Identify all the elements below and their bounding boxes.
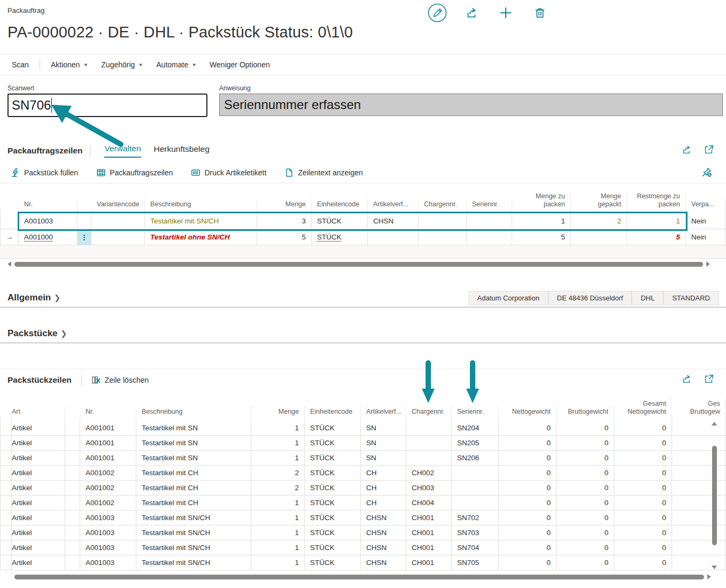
zeilentext-anzeigen-button[interactable]: Zeilentext anzeigen [284, 168, 362, 177]
cell-gesamt-nettogewicht[interactable]: 0 [614, 421, 672, 435]
cell-dots[interactable] [65, 451, 80, 465]
cell-dots[interactable] [65, 436, 80, 450]
cell-artikelverf[interactable]: SN [361, 436, 406, 450]
cell-nr[interactable]: A001003 [80, 525, 136, 540]
share-icon[interactable] [681, 144, 692, 157]
cell-dots[interactable] [65, 481, 80, 495]
column-header[interactable]: Chargennr. [419, 199, 467, 213]
cell-chargennr[interactable]: CH003 [406, 481, 452, 495]
cell-gesamt-nettogewicht[interactable]: 0 [614, 540, 672, 555]
column-header[interactable]: Beschreibung [136, 406, 251, 421]
column-header[interactable] [0, 207, 19, 213]
badge-standard[interactable]: STANDARD [663, 291, 719, 305]
cell-art[interactable]: Artikel [6, 525, 65, 540]
cell-beschreibung[interactable]: Testartikel mit CH [136, 481, 251, 495]
packstueck-fuellen-button[interactable]: Packstück füllen [11, 168, 78, 177]
cell-art[interactable]: Artikel [6, 496, 65, 510]
badge-customer[interactable]: Adatum Corporation [469, 291, 549, 305]
cell-nr[interactable]: A001001 [80, 436, 136, 450]
cell-dots[interactable] [65, 510, 80, 525]
cell-nettogewicht[interactable]: 0 [499, 555, 557, 570]
cell-nr[interactable]: A001002 [80, 466, 136, 480]
allgemein-title[interactable]: Allgemein [0, 292, 51, 303]
scrollbar-thumb[interactable] [14, 575, 704, 579]
column-header[interactable]: Art [6, 406, 65, 421]
cell-art[interactable]: Artikel [6, 466, 65, 480]
menu-item-aktionen[interactable]: Aktionen▼ [44, 60, 95, 69]
cell-nr[interactable]: A001002 [80, 481, 136, 495]
cell-bruttogewicht[interactable]: 0 [557, 510, 614, 525]
cell-gesamt-nettogewicht[interactable]: 0 [614, 555, 672, 570]
scroll-down-arrow[interactable] [712, 566, 717, 569]
scrollbar-thumb[interactable] [14, 262, 703, 267]
cell-artikelverf[interactable]: CH [361, 496, 406, 510]
cell-artikelverf[interactable]: CHSN [361, 525, 406, 540]
cell-nr[interactable]: A001003 [80, 555, 136, 570]
cell-dots[interactable] [65, 421, 80, 435]
cell-dots[interactable] [65, 540, 80, 555]
cell-menge-gepackt[interactable]: 2 [571, 213, 627, 229]
cell-chargennr[interactable]: CH002 [406, 466, 452, 480]
share-icon[interactable] [461, 2, 482, 24]
cell-seriennr[interactable]: SN705 [452, 555, 499, 570]
cell-nettogewicht[interactable]: 0 [499, 525, 557, 540]
cell-variantencode[interactable] [91, 213, 145, 229]
cell-gesamt-nettogewicht[interactable]: 0 [614, 466, 672, 480]
cell-beschreibung[interactable]: Testartikel mit CH [136, 496, 251, 510]
column-header[interactable]: Artikelverf... [361, 406, 406, 421]
chevron-right-icon[interactable]: ❯ [61, 329, 67, 338]
badge-address[interactable]: DE 48436 Düsseldorf [549, 291, 632, 305]
cell-menge-zu-packen[interactable]: 1 [512, 213, 571, 229]
cell-nettogewicht[interactable]: 0 [499, 540, 557, 555]
cell-beschreibung[interactable]: Testartikel mit SN/CH [136, 510, 251, 525]
cell-restmenge-zu-packen[interactable]: 1 [627, 213, 686, 229]
cell-art[interactable]: Artikel [6, 481, 65, 495]
tab-herkunftsbeleg[interactable]: Herkunftsbeleg [154, 144, 210, 157]
cell-seriennr[interactable] [467, 213, 512, 229]
cell-dots[interactable] [65, 555, 80, 570]
cell-art[interactable]: Artikel [6, 451, 65, 465]
cell-einheitencode[interactable]: STÜCK [305, 466, 361, 480]
menu-item-automate[interactable]: Automate▼ [150, 60, 203, 69]
cell-art[interactable]: Artikel [6, 436, 65, 450]
cell-gesamt-nettogewicht[interactable]: 0 [614, 436, 672, 450]
cell-einheitencode[interactable]: STÜCK [312, 213, 368, 229]
column-header[interactable]: Verpa... [686, 199, 726, 213]
cell-seriennr[interactable]: SN205 [452, 436, 499, 450]
cell-menge[interactable]: 2 [251, 466, 305, 480]
cell-nr[interactable]: A001001 [80, 421, 136, 435]
cell-menge[interactable]: 1 [251, 555, 305, 570]
cell-beschreibung[interactable]: Testartikel ohne SN/CH [145, 229, 257, 245]
packauftragszeilen-button[interactable]: Packauftragszeilen [96, 168, 173, 177]
cell-chargennr[interactable]: CH001 [406, 540, 452, 555]
cell-gesamt-nettogewicht[interactable]: 0 [614, 510, 672, 525]
cell-nr[interactable]: A001003 [80, 540, 136, 555]
cell-art[interactable]: Artikel [6, 510, 65, 525]
cell-menge[interactable]: 1 [251, 496, 305, 510]
druck-artikeletikett-button[interactable]: Druck Artikeletikett [191, 168, 266, 177]
cell-einheitencode[interactable]: STÜCK [305, 540, 361, 555]
cell-bruttogewicht[interactable]: 0 [557, 496, 614, 510]
cell-artikelverf[interactable]: CHSN [361, 555, 406, 570]
column-header[interactable]: Nr. [19, 199, 78, 213]
menu-item-scan[interactable]: Scan [5, 60, 35, 69]
cell-einheitencode[interactable]: STÜCK [305, 510, 361, 525]
cell-seriennr[interactable] [452, 481, 499, 495]
chevron-right-icon[interactable]: ❯ [54, 293, 60, 302]
cell-menge[interactable]: 3 [257, 213, 312, 229]
cell-nr[interactable]: A001000 [19, 229, 78, 245]
cell-einheitencode[interactable]: STÜCK [305, 496, 361, 510]
add-icon[interactable] [495, 2, 516, 24]
cell-chargennr[interactable]: CH004 [406, 496, 452, 510]
cell-nettogewicht[interactable]: 0 [499, 436, 557, 450]
cell-beschreibung[interactable]: Testartikel mit SN/CH [136, 525, 251, 540]
cell-bruttogewicht[interactable]: 0 [557, 540, 614, 555]
column-header[interactable]: Seriennr. [467, 199, 512, 213]
cell-nettogewicht[interactable]: 0 [499, 496, 557, 510]
cell-gesamt-nettogewicht[interactable]: 0 [614, 481, 672, 495]
cell-einheitencode[interactable]: STÜCK [305, 421, 361, 435]
scrollbar-thumb[interactable] [712, 446, 717, 545]
tab-verwalten[interactable]: Verwalten [104, 144, 141, 158]
share-icon[interactable] [681, 374, 692, 386]
cell-einheitencode[interactable]: STÜCK [305, 436, 361, 450]
